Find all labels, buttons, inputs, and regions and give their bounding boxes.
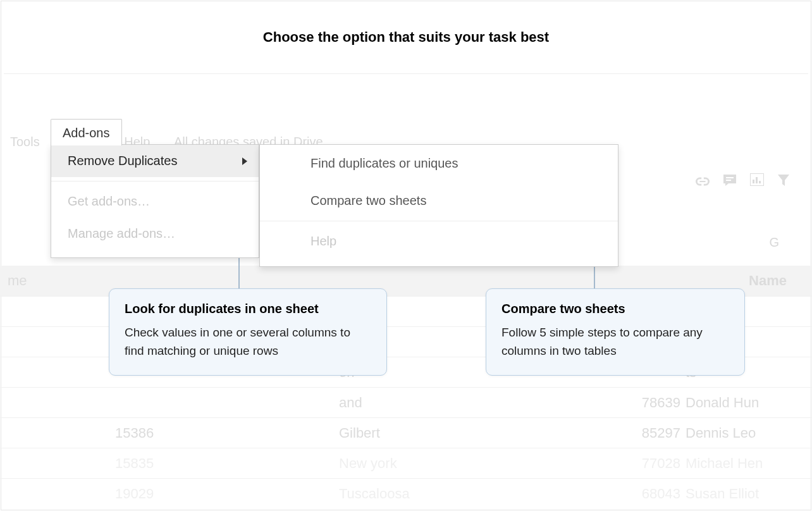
remove-duplicates-submenu: Find duplicates or uniques Compare two s… [259,144,618,267]
menu-divider [260,221,618,221]
submenu-arrow-icon [242,157,247,165]
menuitem-label: Get add-ons… [68,194,150,208]
svg-rect-0 [726,177,734,178]
menu-tools: Tools [0,130,50,154]
table-row: 15386 Gilbert 85297 Dennis Leo [0,417,812,448]
chart-icon [750,173,768,189]
svg-rect-3 [753,180,754,183]
menuitem-get-addons[interactable]: Get add-ons… [51,185,259,218]
menu-divider [51,181,259,182]
menuitem-label: Compare two sheets [311,194,426,207]
menu-addons-tab[interactable]: Add-ons [51,119,122,145]
addons-dropdown: Remove Duplicates Get add-ons… Manage ad… [51,144,259,258]
menuitem-label: Help [311,234,336,248]
header-name-left: me [8,273,27,288]
menuitem-label: Remove Duplicates [68,154,177,168]
callout-body: Check values in one or several columns t… [125,324,371,360]
filter-icon [778,173,789,189]
callout-title: Look for duplicates in one sheet [125,302,371,316]
callout-look-for-duplicates: Look for duplicates in one sheet Check v… [109,288,387,376]
menu-addons-label: Add-ons [63,126,110,140]
svg-rect-1 [726,180,731,181]
menuitem-compare-sheets[interactable]: Compare two sheets [260,182,618,219]
menuitem-manage-addons[interactable]: Manage add-ons… [51,218,259,250]
menuitem-help[interactable]: Help [260,223,618,260]
menuitem-find-duplicates[interactable]: Find duplicates or uniques [260,145,618,182]
heading-separator [4,73,808,74]
callout-compare-two-sheets: Compare two sheets Follow 5 simple steps… [486,288,745,376]
callout-title: Compare two sheets [501,302,729,316]
svg-rect-4 [756,177,758,183]
menuitem-label: Manage add-ons… [68,226,175,240]
header-name-right: Name [749,266,787,296]
svg-rect-5 [759,181,761,183]
page-title: Choose the option that suits your task b… [1,1,811,73]
menuitem-label: Find duplicates or uniques [311,156,458,170]
column-header-g: G [769,235,779,250]
table-row: 15835 New york 77028 Michael Hen [0,448,812,478]
menuitem-remove-duplicates[interactable]: Remove Duplicates [51,145,259,177]
callout-body: Follow 5 simple steps to compare any col… [501,324,729,360]
toolbar-icons [691,173,794,190]
link-icon [696,173,713,189]
comment-icon [723,173,740,189]
table-row: 19029 Tuscaloosa 68043 Susan Elliot [0,478,812,508]
table-row: and 78639 Donald Hun [0,387,812,417]
